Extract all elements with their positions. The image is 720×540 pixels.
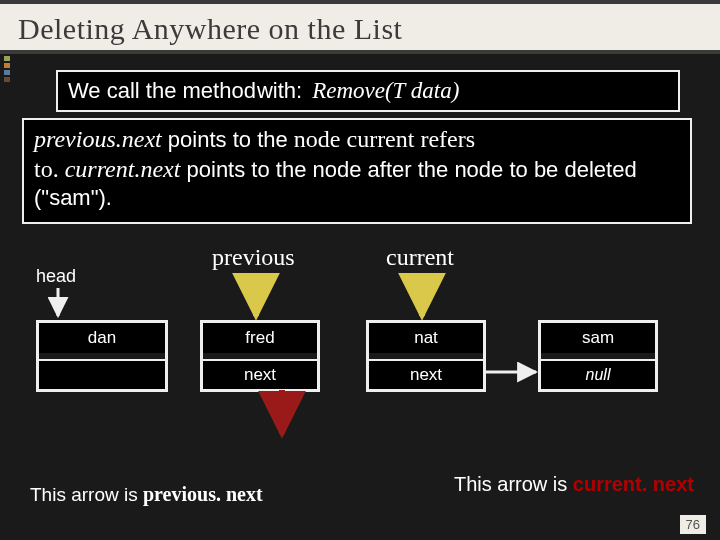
footer-right-prefix: This arrow is (454, 473, 573, 495)
label-previous: previous (212, 244, 295, 271)
method-call: Remove(T data) (312, 78, 459, 104)
explain-to: to. (34, 156, 65, 182)
explain-node-current: node current refers (294, 126, 475, 152)
footer-right-value: current. next (573, 473, 694, 495)
explain-current-next: current.next (65, 156, 181, 182)
node-0: dan (36, 320, 168, 392)
accent-bars (4, 56, 10, 82)
node-0-data: dan (39, 323, 165, 353)
footer-left-value: previous. next (143, 483, 263, 505)
explanation-box: previous.next points to the node current… (22, 118, 692, 224)
node-3-data: sam (541, 323, 655, 353)
node-0-next (39, 359, 165, 389)
explain-prev-next: previous.next (34, 126, 162, 152)
node-3-next: null (541, 359, 655, 389)
node-2-next: next (369, 359, 483, 389)
method-line: We call the method with: Remove(T data) (56, 70, 680, 112)
label-current: current (386, 244, 454, 271)
page-number: 76 (680, 515, 706, 534)
label-head: head (36, 266, 76, 287)
node-2-data: nat (369, 323, 483, 353)
footer-left-prefix: This arrow is (30, 484, 143, 505)
explain-text-1: points to the (162, 127, 294, 152)
node-2: nat next (366, 320, 486, 392)
divider (0, 54, 720, 70)
method-with: with: (257, 78, 302, 104)
node-3: sam null (538, 320, 658, 392)
node-1-next: next (203, 359, 317, 389)
method-prefix: We call the method (68, 78, 256, 104)
footer-label-left: This arrow is previous. next (30, 483, 263, 506)
slide: Deleting Anywhere on the List We call th… (0, 0, 720, 540)
node-1: fred next (200, 320, 320, 392)
title-band: Deleting Anywhere on the List (0, 0, 720, 54)
node-1-data: fred (203, 323, 317, 353)
page-title: Deleting Anywhere on the List (18, 12, 702, 46)
footer-label-right: This arrow is current. next (454, 473, 694, 496)
linked-list-diagram: head previous current dan fred next nat … (0, 238, 720, 498)
